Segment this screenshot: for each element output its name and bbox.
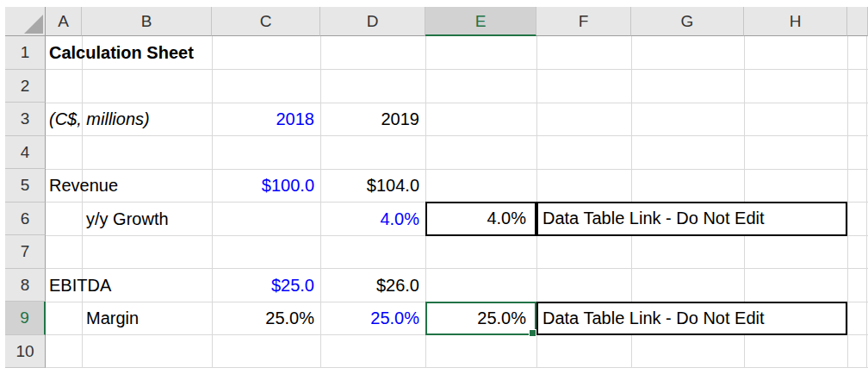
cell-e6-growth-link-value[interactable]: 4.0% [425, 202, 536, 236]
cell-a5-revenue-label[interactable]: Revenue [46, 169, 82, 203]
column-header-f[interactable]: F [536, 7, 631, 36]
column-header-partial[interactable] [847, 7, 868, 36]
column-header-h[interactable]: H [744, 7, 847, 36]
select-all-triangle-icon [24, 15, 43, 34]
select-all-corner[interactable] [5, 7, 46, 36]
cell-c9-margin-2018[interactable]: 25.0% [212, 302, 320, 335]
row-header-7[interactable]: 7 [5, 235, 46, 269]
row-header-6[interactable]: 6 [5, 203, 46, 236]
spreadsheet: A B C D E F G H 1 2 3 4 5 6 7 8 9 10 Cal… [5, 7, 868, 370]
cell-f6-data-table-link-note[interactable]: Data Table Link - Do Not Edit [536, 202, 847, 236]
row-header-2[interactable]: 2 [5, 70, 46, 103]
row-header-10[interactable]: 10 [5, 335, 46, 369]
fill-handle[interactable] [529, 329, 536, 337]
row-header-3[interactable]: 3 [5, 103, 46, 136]
cell-a1-title[interactable]: Calculation Sheet [46, 36, 82, 70]
cell-e9-active-cell-margin-value[interactable]: 25.0% [425, 302, 536, 336]
excel-window: { "columns": ["A", "B", "C", "D", "E", "… [0, 0, 868, 374]
cell-d9-margin-2019[interactable]: 25.0% [320, 302, 425, 335]
column-header-c[interactable]: C [212, 7, 320, 36]
cell-d3-year-2019[interactable]: 2019 [320, 103, 425, 136]
column-header-b[interactable]: B [82, 7, 212, 36]
cell-c3-year-2018[interactable]: 2018 [212, 103, 320, 136]
cell-f9-data-table-link-note[interactable]: Data Table Link - Do Not Edit [536, 302, 847, 336]
column-header-g[interactable]: G [631, 7, 744, 36]
row-header-1[interactable]: 1 [5, 36, 46, 70]
row-header-9-selected[interactable]: 9 [5, 302, 46, 335]
cell-d6-growth-2019[interactable]: 4.0% [320, 203, 425, 236]
column-header-e-selected[interactable]: E [425, 7, 536, 36]
cell-d8-ebitda-2019[interactable]: $26.0 [320, 269, 425, 302]
row-header-5[interactable]: 5 [5, 169, 46, 203]
cell-b9-margin-label[interactable]: Margin [82, 302, 212, 335]
cell-d5-revenue-2019[interactable]: $104.0 [320, 169, 425, 203]
cell-a3-units[interactable]: (C$, millions) [46, 103, 82, 136]
cell-b6-growth-label[interactable]: y/y Growth [82, 203, 212, 236]
row-header-4[interactable]: 4 [5, 136, 46, 170]
cell-a8-ebitda-label[interactable]: EBITDA [46, 269, 82, 302]
column-header-d[interactable]: D [320, 7, 425, 36]
row-header-8[interactable]: 8 [5, 269, 46, 302]
cell-c8-ebitda-2018[interactable]: $25.0 [212, 269, 320, 302]
cell-c5-revenue-2018[interactable]: $100.0 [212, 169, 320, 203]
column-header-a[interactable]: A [46, 7, 82, 36]
